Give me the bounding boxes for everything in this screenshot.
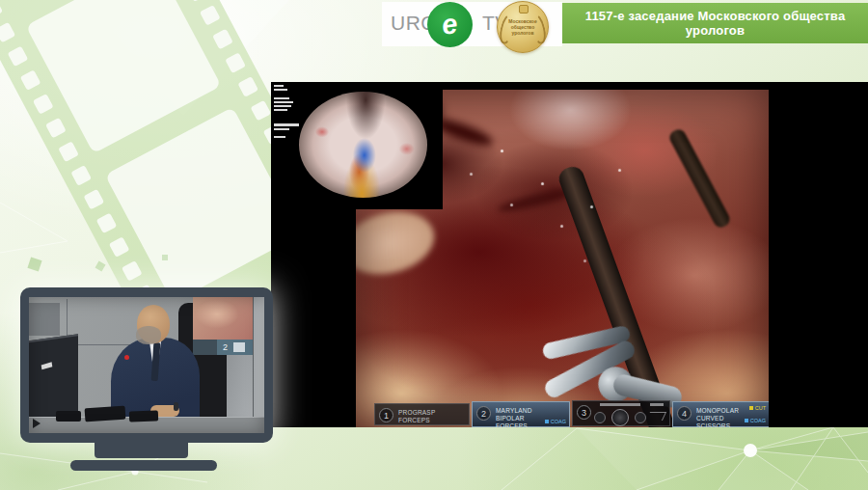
speaker-video[interactable]: 2: [29, 297, 264, 433]
scope-angle-icon: [646, 412, 666, 421]
arm-number: 1: [379, 408, 393, 422]
endoscope-image: [299, 92, 427, 198]
medallion-crest-icon: [519, 5, 529, 14]
cut-energy-indicator: CUT: [749, 405, 766, 411]
camera-slot-3: 3: [572, 400, 670, 426]
society-medallion-badge: Московское общество урологов: [497, 1, 549, 53]
endoscope-overlay-text-graphic: [274, 136, 285, 138]
endoscope-overlay-text-graphic: [274, 101, 293, 103]
endoscope-overlay-text-graphic: [274, 105, 291, 107]
logo-e-glyph: e: [440, 10, 459, 40]
coag-energy-indicator: COAG: [545, 419, 566, 424]
instrument-slot-1: 1 PROGRASP FORCEPS: [374, 403, 470, 425]
laurel-branch-icon: [528, 13, 548, 45]
instrument-name: PROGRASP FORCEPS: [398, 409, 458, 424]
endoscope-overlay-text-graphic: [274, 89, 287, 91]
screen-vignette-graphic: [29, 297, 264, 433]
instrument-slot-2: 2 MARYLAND BIPOLAR FORCEPS COAG: [472, 401, 570, 427]
endoscope-overlay-text-graphic: [274, 109, 287, 111]
arm-number: 3: [577, 405, 591, 420]
header-title-bar: 1157-е заседание Московского общества ур…: [562, 3, 868, 43]
arm-number: 4: [677, 406, 692, 421]
endoscope-overlay-text-graphic: [274, 97, 289, 99]
monitor-stand-base: [70, 460, 217, 471]
page-background: URO e TV Московское общество урологов 11…: [0, 0, 868, 490]
camera-option-icon: [594, 412, 606, 423]
surgical-video-panel[interactable]: 1 PROGRASP FORCEPS 2 MARYLAND BIPOLAR FO…: [271, 82, 868, 427]
urotv-logo-icon: e: [427, 2, 473, 47]
endoscope-overlay-text-graphic: [274, 85, 284, 87]
coag-energy-indicator: COAG: [745, 418, 766, 423]
monitor-stand-neck: [95, 443, 188, 458]
medallion-text: урологов: [511, 30, 533, 36]
arm-number: 2: [476, 406, 491, 421]
cut-label: CUT: [755, 405, 766, 411]
session-title: 1157-е заседание Московского общества ур…: [562, 9, 868, 38]
coag-label: COAG: [551, 419, 566, 424]
coag-label: COAG: [750, 418, 766, 423]
speaker-monitor-frame: 2: [20, 287, 273, 443]
coag-icon: [745, 419, 748, 422]
camera-menu-text-graphic: [650, 403, 664, 406]
cut-icon: [749, 406, 753, 410]
endoscope-overlay-text-graphic: [274, 123, 299, 126]
camera-controls: [594, 409, 646, 426]
instrument-slot-4: 4 MONOPOLAR CURVED SCISSORS CUT COAG: [672, 401, 769, 427]
coag-icon: [545, 420, 549, 423]
camera-option-icon: [635, 412, 646, 423]
endoscope-overlay-text-graphic: [274, 128, 289, 130]
endoscope-camera-icon: [611, 409, 629, 426]
cystoscopy-pip-view: [271, 82, 443, 209]
camera-menu-text-graphic: [600, 403, 640, 406]
instrument-name: MONOPOLAR CURVED SCISSORS: [696, 407, 750, 427]
header-logo-box: URO e TV Московское общество урологов: [382, 2, 562, 46]
